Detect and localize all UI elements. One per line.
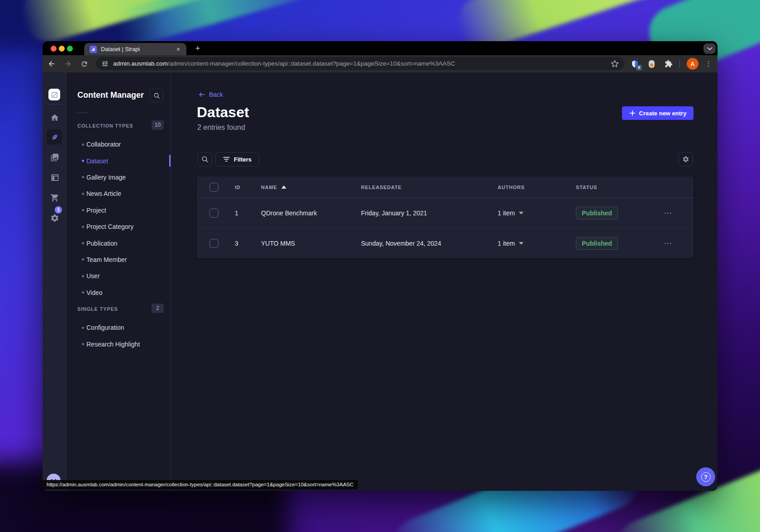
chevron-down-icon	[519, 242, 523, 245]
table-row[interactable]: 3 YUTO MMS Sunday, November 24, 2024 1 i…	[197, 228, 694, 258]
row-checkbox[interactable]	[209, 239, 218, 248]
content-manager-feather-icon[interactable]	[47, 129, 62, 145]
create-new-entry-button[interactable]: Create new entry	[622, 106, 694, 120]
site-settings-icon[interactable]	[101, 60, 109, 67]
column-header-authors[interactable]: AUTHORS	[498, 185, 576, 190]
shield-extension-icon[interactable]: 5	[629, 58, 640, 69]
select-all-checkbox[interactable]	[209, 183, 218, 192]
cell-id: 1	[235, 209, 261, 217]
sidebar-item-dataset[interactable]: Dataset	[67, 152, 171, 169]
table-settings-button[interactable]	[679, 152, 693, 166]
media-library-icon[interactable]	[50, 152, 60, 162]
tab-search-button[interactable]	[703, 43, 716, 54]
browser-profile-avatar[interactable]: A	[687, 58, 698, 70]
cell-name: YUTO MMS	[261, 240, 361, 247]
content-type-builder-icon[interactable]	[50, 172, 60, 182]
tab-close-icon[interactable]: ✕	[175, 46, 182, 53]
strapi-favicon-icon	[90, 46, 97, 53]
main-content: Back Dataset 2 entries found Create new …	[171, 72, 717, 491]
tab-strip: Dataset | Strapi ✕ +	[43, 41, 717, 55]
browser-tab[interactable]: Dataset | Strapi ✕	[84, 43, 186, 55]
bullet-icon	[82, 291, 84, 294]
orange-dot-extension-icon[interactable]	[646, 58, 657, 69]
column-header-id[interactable]: ID	[235, 185, 261, 190]
sidebar-item-news-article[interactable]: News Article	[67, 185, 171, 202]
sidebar-item-project[interactable]: Project	[67, 202, 171, 218]
cell-releasedate: Friday, January 1, 2021	[361, 209, 498, 217]
status-badge: Published	[576, 207, 618, 219]
single-types-list: Configuration Research Highlight	[67, 319, 171, 352]
browser-menu-icon[interactable]: ⋮	[703, 58, 714, 69]
table-header-row: ID NAME RELEASEDATE AUTHORS STATUS	[197, 176, 694, 198]
workspace-logo[interactable]	[48, 89, 60, 100]
extensions-puzzle-icon[interactable]	[663, 58, 674, 69]
traffic-light-close[interactable]	[51, 46, 57, 52]
sidebar-item-configuration[interactable]: Configuration	[67, 319, 171, 336]
sidebar-item-research-highlight[interactable]: Research Highlight	[67, 336, 171, 352]
marketplace-cart-icon[interactable]	[50, 193, 60, 203]
bullet-icon	[82, 275, 84, 277]
row-actions-icon[interactable]: ⋯	[663, 211, 672, 215]
forward-button[interactable]	[62, 58, 73, 69]
home-icon[interactable]	[50, 113, 60, 123]
cell-authors[interactable]: 1 item	[498, 240, 576, 247]
cell-status: Published	[576, 207, 663, 219]
status-badge: Published	[576, 237, 618, 250]
url-text: admin.ausmlab.com/admin/content-manager/…	[113, 60, 611, 67]
sidebar-item-label: Project	[86, 207, 106, 214]
column-header-name[interactable]: NAME	[261, 185, 361, 190]
back-button[interactable]	[46, 58, 57, 69]
cell-authors[interactable]: 1 item	[498, 209, 576, 217]
back-arrow-icon	[198, 91, 205, 98]
filters-label: Filters	[234, 156, 252, 163]
sidebar-item-video[interactable]: Video	[67, 285, 171, 301]
back-link[interactable]: Back	[198, 91, 223, 98]
reload-button[interactable]	[79, 58, 90, 69]
strapi-app: 1 AA Content Manager COLLECTION TYPES 10	[43, 72, 717, 491]
sidebar-divider	[77, 112, 88, 113]
entries-table: ID NAME RELEASEDATE AUTHORS STATUS 1 QDr…	[197, 176, 694, 258]
collection-types-label: COLLECTION TYPES	[77, 123, 133, 128]
desktop: Dataset | Strapi ✕ + admin.ausmlab.com/a…	[0, 0, 760, 532]
sidebar-search-button[interactable]	[150, 89, 163, 102]
bullet-icon	[82, 160, 84, 162]
address-bar[interactable]: admin.ausmlab.com/admin/content-manager/…	[96, 57, 624, 70]
table-row[interactable]: 1 QDrone Benchmark Friday, January 1, 20…	[197, 198, 694, 228]
bookmark-star-icon[interactable]	[611, 60, 619, 68]
new-tab-button[interactable]: +	[192, 43, 204, 55]
column-header-releasedate[interactable]: RELEASEDATE	[361, 185, 498, 190]
search-icon	[201, 156, 209, 163]
bullet-icon	[82, 226, 84, 228]
sidebar-item-label: Dataset	[86, 157, 108, 165]
sidebar-item-team-member[interactable]: Team Member	[67, 252, 171, 268]
back-label: Back	[209, 91, 223, 98]
main-nav-rail: 1 AA	[43, 72, 66, 491]
sidebar-item-collaborator[interactable]: Collaborator	[67, 136, 171, 152]
sidebar-item-publication[interactable]: Publication	[67, 235, 171, 251]
sidebar-item-label: Gallery Image	[86, 174, 126, 181]
table-search-button[interactable]	[198, 152, 212, 166]
sidebar-item-user[interactable]: User	[67, 268, 171, 284]
single-types-count-badge: 2	[152, 304, 164, 313]
row-checkbox[interactable]	[209, 209, 218, 218]
sidebar-item-label: Collaborator	[86, 141, 121, 148]
traffic-light-zoom[interactable]	[67, 46, 73, 52]
row-actions-icon[interactable]: ⋯	[663, 241, 672, 246]
bullet-icon	[82, 143, 84, 146]
chevron-down-icon	[519, 212, 523, 214]
cell-status: Published	[576, 237, 663, 250]
sidebar-item-label: User	[86, 272, 100, 280]
tab-title: Dataset | Strapi	[101, 46, 175, 52]
sidebar-title: Content Manager	[77, 90, 144, 100]
filters-button[interactable]: Filters	[215, 152, 259, 166]
bullet-icon	[82, 209, 84, 211]
sidebar-item-project-category[interactable]: Project Category	[67, 218, 171, 235]
sidebar-item-gallery-image[interactable]: Gallery Image	[67, 169, 171, 185]
question-mark-icon: ?	[701, 472, 711, 482]
traffic-light-minimize[interactable]	[59, 46, 65, 52]
settings-gear-icon[interactable]	[50, 213, 60, 223]
bullet-icon	[82, 258, 84, 261]
cell-releasedate: Sunday, November 24, 2024	[361, 240, 498, 247]
column-header-status[interactable]: STATUS	[576, 185, 663, 190]
help-button[interactable]: ?	[696, 467, 715, 486]
